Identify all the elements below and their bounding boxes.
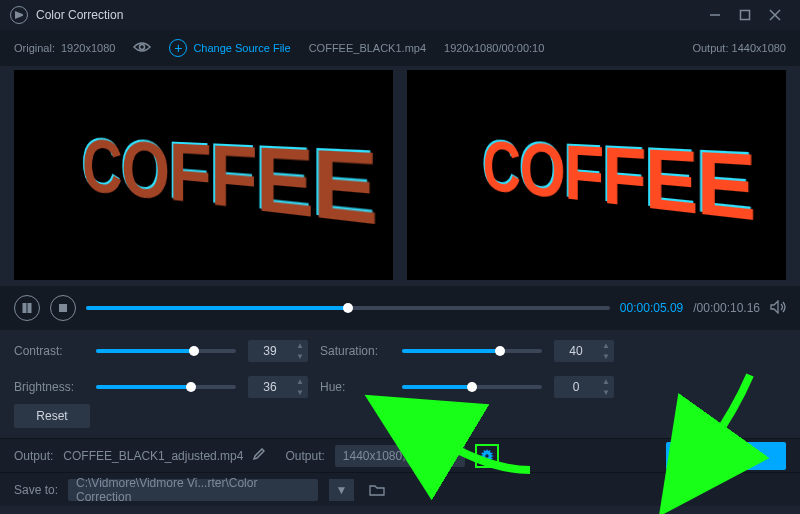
hue-label: Hue: [320,380,390,394]
svg-rect-1 [741,11,750,20]
change-source-button[interactable]: + Change Source File [169,39,290,57]
hue-slider[interactable] [402,385,542,389]
export-button[interactable]: Export [666,442,786,470]
close-button[interactable] [760,0,790,30]
window-title: Color Correction [36,8,123,22]
timeline-thumb[interactable] [343,303,353,313]
source-filename: COFFEE_BLACK1.mp4 [309,42,426,54]
preview-eye-icon[interactable] [133,41,151,55]
hue-value: 0 [554,380,598,394]
volume-icon[interactable] [770,300,786,317]
plus-circle-icon: + [169,39,187,57]
saturation-value-box[interactable]: 40▲▼ [554,340,614,362]
save-to-label: Save to: [14,483,58,497]
save-path: C:\Vidmore\Vidmore Vi...rter\Color Corre… [76,476,310,504]
saturation-value: 40 [554,344,598,358]
contrast-value-box[interactable]: 39▲▼ [248,340,308,362]
output-resolution: 1440x1080 [732,42,786,54]
hue-step-up[interactable]: ▲ [598,376,614,387]
timeline-fill [86,306,348,310]
output-spec: 1440x1080;24fps [343,449,435,463]
svg-point-4 [140,45,145,50]
save-path-box[interactable]: C:\Vidmore\Vidmore Vi...rter\Color Corre… [68,479,318,501]
time-current: 00:00:05.09 [620,301,683,315]
saturation-label: Saturation: [320,344,390,358]
time-total: /00:00:10.16 [693,301,760,315]
brightness-value: 36 [248,380,292,394]
output-spec-box[interactable]: 1440x1080;24fps [335,445,465,467]
output-filename: COFFEE_BLACK1_adjusted.mp4 [63,449,243,463]
stop-button[interactable] [50,295,76,321]
brightness-step-down[interactable]: ▼ [292,387,308,398]
change-source-label: Change Source File [193,42,290,54]
output-spec-label: Output: [285,449,324,463]
contrast-value: 39 [248,344,292,358]
svg-point-9 [485,453,489,457]
maximize-button[interactable] [730,0,760,30]
sliders-panel: Contrast: 39▲▼ Saturation: 40▲▼ Brightne… [0,330,800,404]
source-res-duration: 1920x1080/00:00:10 [444,42,544,54]
saturation-step-up[interactable]: ▲ [598,340,614,351]
preview-area: COFFEECOFFEE COFFEECOFFEE [0,66,800,280]
brightness-step-up[interactable]: ▲ [292,376,308,387]
timeline-slider[interactable] [86,306,610,310]
saturation-slider[interactable] [402,349,542,353]
contrast-step-down[interactable]: ▼ [292,351,308,362]
output-row: Output: COFFEE_BLACK1_adjusted.mp4 Outpu… [0,438,800,472]
contrast-label: Contrast: [14,344,84,358]
output-label: Output: [692,42,728,54]
hue-step-down[interactable]: ▼ [598,387,614,398]
svg-rect-5 [23,303,26,313]
titlebar: Color Correction [0,0,800,30]
app-logo-icon [10,6,28,24]
brightness-slider[interactable] [96,385,236,389]
saturation-step-down[interactable]: ▼ [598,351,614,362]
original-label: Original: [14,42,55,54]
pause-button[interactable] [14,295,40,321]
original-preview: COFFEECOFFEE [14,70,393,280]
rename-icon[interactable] [253,448,265,463]
minimize-button[interactable] [700,0,730,30]
svg-rect-7 [60,305,67,312]
output-file-label: Output: [14,449,53,463]
output-settings-button[interactable] [475,444,499,468]
svg-rect-6 [28,303,31,313]
hue-value-box[interactable]: 0▲▼ [554,376,614,398]
save-row: Save to: C:\Vidmore\Vidmore Vi...rter\Co… [0,472,800,506]
info-bar: Original: 1920x1080 + Change Source File… [0,30,800,66]
playback-controls: 00:00:05.09/00:00:10.16 [0,286,800,330]
contrast-slider[interactable] [96,349,236,353]
original-resolution: 1920x1080 [61,42,115,54]
adjusted-preview: COFFEECOFFEE [407,70,786,280]
open-folder-button[interactable] [364,479,390,501]
brightness-label: Brightness: [14,380,84,394]
preview-text: COFFEE [482,127,754,241]
save-path-dropdown[interactable]: ▼ [328,479,354,501]
preview-text: COFFEE [82,123,376,246]
contrast-step-up[interactable]: ▲ [292,340,308,351]
reset-button[interactable]: Reset [14,404,90,428]
brightness-value-box[interactable]: 36▲▼ [248,376,308,398]
